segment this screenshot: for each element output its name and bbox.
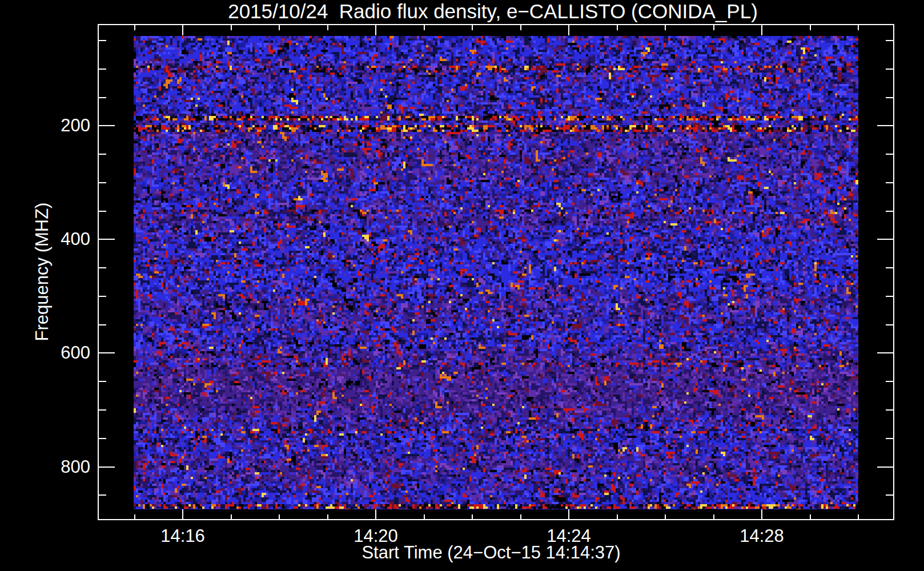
tick-mark bbox=[665, 25, 666, 30]
tick-mark bbox=[231, 514, 232, 520]
tick-mark bbox=[472, 25, 473, 30]
tick-mark bbox=[877, 352, 893, 353]
tick-mark bbox=[99, 154, 106, 155]
tick-mark bbox=[375, 25, 376, 35]
tick-mark bbox=[858, 514, 859, 520]
tick-mark bbox=[99, 438, 106, 439]
tick-mark bbox=[99, 267, 106, 268]
tick-mark bbox=[520, 25, 521, 30]
tick-mark bbox=[99, 125, 115, 126]
tick-mark bbox=[279, 514, 280, 520]
y-tick-label: 800 bbox=[22, 457, 90, 477]
tick-mark bbox=[761, 509, 762, 520]
tick-mark bbox=[182, 509, 183, 520]
tick-mark bbox=[375, 509, 376, 520]
tick-mark bbox=[327, 514, 328, 520]
tick-mark bbox=[886, 381, 893, 382]
tick-mark bbox=[568, 25, 569, 35]
tick-mark bbox=[886, 211, 893, 212]
tick-mark bbox=[886, 324, 893, 325]
spectrogram-page: 2015/10/24 Radio flux density, e−CALLIST… bbox=[0, 0, 924, 571]
y-tick-label: 600 bbox=[22, 343, 90, 363]
tick-mark bbox=[617, 25, 618, 30]
tick-mark bbox=[877, 239, 893, 240]
tick-mark bbox=[134, 25, 135, 30]
tick-mark bbox=[99, 296, 106, 297]
x-tick-label: 14:28 bbox=[740, 526, 784, 546]
plot-frame bbox=[98, 24, 894, 520]
tick-mark bbox=[886, 409, 893, 411]
tick-mark bbox=[568, 509, 569, 520]
tick-mark bbox=[99, 381, 106, 382]
tick-mark bbox=[99, 211, 106, 212]
tick-mark bbox=[99, 239, 115, 240]
tick-mark bbox=[99, 182, 106, 183]
tick-mark bbox=[886, 494, 893, 496]
tick-mark bbox=[99, 40, 106, 41]
tick-mark bbox=[99, 352, 115, 353]
tick-mark bbox=[858, 25, 859, 30]
tick-mark bbox=[886, 182, 893, 183]
tick-mark bbox=[886, 40, 893, 41]
tick-mark bbox=[886, 296, 893, 297]
tick-mark bbox=[99, 69, 106, 70]
tick-mark bbox=[99, 324, 106, 325]
tick-mark bbox=[472, 514, 473, 520]
tick-mark bbox=[713, 25, 714, 30]
tick-mark bbox=[886, 154, 893, 155]
tick-mark bbox=[810, 514, 811, 520]
tick-mark bbox=[99, 409, 106, 411]
tick-mark bbox=[761, 25, 762, 35]
x-axis-label: Start Time (24−Oct−15 14:14:37) bbox=[361, 543, 620, 562]
tick-mark bbox=[99, 467, 115, 468]
tick-mark bbox=[99, 97, 106, 98]
tick-mark bbox=[99, 494, 106, 496]
tick-mark bbox=[886, 438, 893, 439]
tick-mark bbox=[520, 514, 521, 520]
tick-mark bbox=[279, 25, 280, 30]
page-title: 2015/10/24 Radio flux density, e−CALLIST… bbox=[228, 1, 758, 22]
tick-mark bbox=[810, 25, 811, 30]
tick-mark bbox=[327, 25, 328, 30]
tick-mark bbox=[617, 514, 618, 520]
tick-mark bbox=[665, 514, 666, 520]
tick-mark bbox=[877, 125, 893, 126]
tick-mark bbox=[886, 267, 893, 268]
tick-mark bbox=[886, 69, 893, 70]
tick-mark bbox=[424, 25, 425, 30]
tick-mark bbox=[713, 514, 714, 520]
tick-mark bbox=[231, 25, 232, 30]
x-tick-label: 14:16 bbox=[160, 526, 205, 546]
y-axis-label: Frequency (MHZ) bbox=[33, 203, 52, 341]
tick-mark bbox=[886, 97, 893, 98]
tick-mark bbox=[134, 514, 135, 520]
tick-mark bbox=[877, 467, 893, 468]
tick-mark bbox=[182, 25, 183, 35]
y-tick-label: 200 bbox=[22, 116, 90, 135]
tick-mark bbox=[424, 514, 425, 520]
